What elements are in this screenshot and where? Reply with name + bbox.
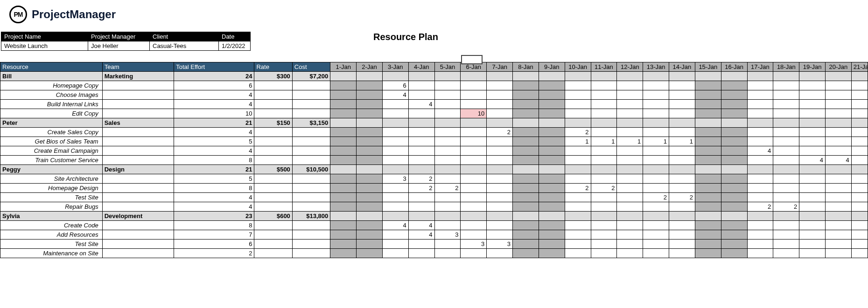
task-name[interactable]: Homepage Copy [0,81,103,90]
task-day-cell[interactable] [669,109,695,118]
task-day-cell[interactable] [826,193,852,202]
task-day-cell[interactable] [513,100,539,109]
task-day-cell[interactable] [487,137,513,146]
task-row[interactable]: Homepage Copy66 [0,81,868,90]
task-day-cell[interactable] [357,109,383,118]
task-day-cell[interactable] [695,230,721,240]
group-team[interactable]: Marketing [102,72,174,81]
task-day-cell[interactable] [382,249,408,258]
task-row[interactable]: Create Email Campaign44 [0,146,868,156]
task-day-cell[interactable] [721,109,747,118]
task-day-cell[interactable] [826,174,852,184]
task-day-cell[interactable] [695,202,721,212]
group-row[interactable]: BillMarketing24$300$7,200 [0,72,868,81]
task-effort[interactable]: 8 [174,184,254,193]
task-day-cell[interactable]: 4 [408,221,434,230]
task-day-cell[interactable] [799,100,826,109]
group-day-cell[interactable] [669,165,695,174]
task-day-cell[interactable] [513,128,539,137]
task-day-cell[interactable] [408,240,434,249]
task-day-cell[interactable] [382,100,408,109]
group-day-cell[interactable] [747,165,773,174]
task-day-cell[interactable] [826,230,852,240]
task-day-cell[interactable] [799,81,826,90]
task-day-cell[interactable] [695,128,721,137]
task-cost[interactable] [292,128,330,137]
task-day-cell[interactable] [695,184,721,193]
task-name[interactable]: Create Sales Copy [0,128,103,137]
task-day-cell[interactable] [799,184,826,193]
task-rate[interactable] [254,90,292,100]
meta-value-client[interactable]: Casual-Tees [150,41,219,51]
group-name[interactable]: Sylvia [0,212,103,221]
group-day-cell[interactable] [539,165,565,174]
group-day-cell[interactable] [721,212,747,221]
task-day-cell[interactable]: 2 [643,193,669,202]
task-day-cell[interactable] [487,156,513,165]
group-day-cell[interactable] [330,118,357,128]
task-team[interactable] [102,202,174,212]
task-day-cell[interactable] [513,156,539,165]
task-day-cell[interactable] [487,81,513,90]
task-day-cell[interactable] [721,174,747,184]
group-day-cell[interactable] [643,212,669,221]
task-name[interactable]: Train Customer Service [0,156,103,165]
task-day-cell[interactable] [434,240,461,249]
group-day-cell[interactable] [357,118,383,128]
group-day-cell[interactable] [851,165,868,174]
group-day-cell[interactable] [408,165,434,174]
task-day-cell[interactable] [695,156,721,165]
task-day-cell[interactable] [695,249,721,258]
group-day-cell[interactable] [330,165,357,174]
task-day-cell[interactable] [487,184,513,193]
task-day-cell[interactable] [434,109,461,118]
task-name[interactable]: Site Architecture [0,174,103,184]
task-name[interactable]: Edit Copy [0,109,103,118]
task-day-cell[interactable] [434,90,461,100]
task-cost[interactable] [292,193,330,202]
task-day-cell[interactable] [695,137,721,146]
group-day-cell[interactable] [434,165,461,174]
task-day-cell[interactable] [513,202,539,212]
group-day-cell[interactable] [617,212,643,221]
task-day-cell[interactable] [747,221,773,230]
task-day-cell[interactable] [747,90,773,100]
task-day-cell[interactable] [851,137,868,146]
task-day-cell[interactable] [669,156,695,165]
task-row[interactable]: Site Architecture532 [0,174,868,184]
group-day-cell[interactable] [669,212,695,221]
selected-cell-marker[interactable] [461,55,483,64]
group-day-cell[interactable] [747,212,773,221]
task-row[interactable]: Build Internal Links44 [0,100,868,109]
task-day-cell[interactable]: 3 [487,240,513,249]
task-day-cell[interactable] [330,202,357,212]
task-day-cell[interactable] [382,184,408,193]
group-effort[interactable]: 23 [174,212,254,221]
task-day-cell[interactable]: 3 [434,230,461,240]
group-effort[interactable]: 24 [174,72,254,81]
task-day-cell[interactable] [330,137,357,146]
task-day-cell[interactable]: 1 [617,137,643,146]
task-day-cell[interactable] [539,156,565,165]
group-day-cell[interactable] [461,118,487,128]
task-cost[interactable] [292,221,330,230]
task-day-cell[interactable] [539,128,565,137]
task-day-cell[interactable] [513,146,539,156]
task-day-cell[interactable] [669,249,695,258]
group-day-cell[interactable] [565,212,591,221]
task-day-cell[interactable] [799,221,826,230]
task-day-cell[interactable] [434,137,461,146]
task-day-cell[interactable]: 1 [669,137,695,146]
task-day-cell[interactable] [539,174,565,184]
task-day-cell[interactable] [357,81,383,90]
task-day-cell[interactable] [357,146,383,156]
task-day-cell[interactable] [513,109,539,118]
task-rate[interactable] [254,184,292,193]
group-day-cell[interactable] [539,212,565,221]
task-day-cell[interactable] [513,137,539,146]
task-day-cell[interactable] [669,90,695,100]
task-day-cell[interactable] [773,146,799,156]
task-day-cell[interactable] [747,249,773,258]
task-day-cell[interactable] [721,240,747,249]
group-day-cell[interactable] [565,72,591,81]
